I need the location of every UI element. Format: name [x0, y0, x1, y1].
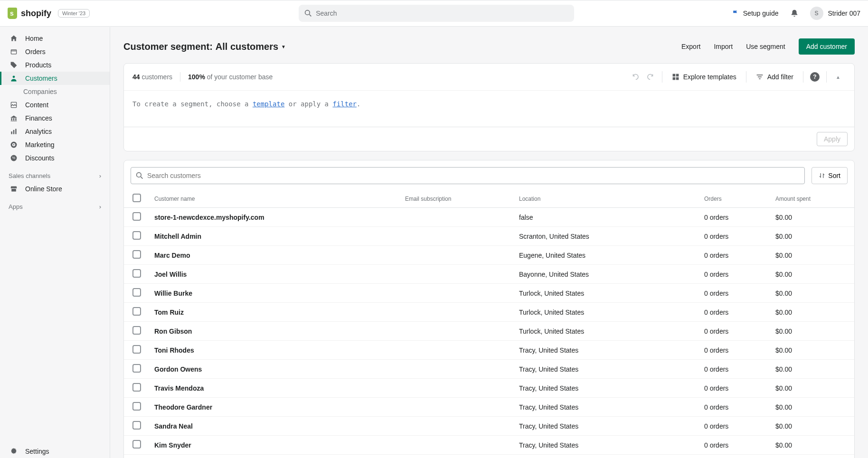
cell-orders: 0 orders — [704, 346, 728, 354]
template-link[interactable]: template — [253, 100, 284, 108]
table-row[interactable]: Tom RuizTurlock, United States0 orders$0… — [124, 303, 854, 322]
cell-customer-name: Joel Willis — [154, 271, 187, 278]
sidebar-item-content[interactable]: Content — [0, 98, 110, 112]
sidebar-item-customers[interactable]: Customers — [0, 72, 110, 85]
segment-editor-footer: Apply — [124, 127, 854, 151]
table-row[interactable]: Julie RichardsTracy, United States0 orde… — [124, 455, 854, 458]
sidebar-heading-apps[interactable]: Apps› — [0, 196, 110, 213]
cell-customer-name: Ron Gibson — [154, 327, 192, 335]
sidebar-item-analytics[interactable]: Analytics — [0, 125, 110, 138]
cell-customer-name: Sandra Neal — [154, 422, 193, 430]
row-checkbox[interactable] — [132, 326, 141, 335]
table-row[interactable]: Ron GibsonTurlock, United States0 orders… — [124, 322, 854, 341]
row-checkbox[interactable] — [132, 421, 141, 430]
sort-button[interactable]: Sort — [811, 167, 848, 184]
row-checkbox[interactable] — [132, 307, 141, 316]
row-checkbox[interactable] — [132, 212, 141, 221]
apply-button[interactable]: Apply — [817, 132, 848, 146]
table-row[interactable]: store-1-newcdexce.myshopify.comfalse0 or… — [124, 208, 854, 227]
cell-location: Turlock, United States — [519, 327, 584, 335]
table-row[interactable]: Marc DemoEugene, United States0 orders$0… — [124, 246, 854, 265]
cell-orders: 0 orders — [704, 252, 728, 259]
svg-point-0 — [305, 10, 310, 15]
cell-amount: $0.00 — [775, 308, 792, 316]
cell-amount: $0.00 — [775, 403, 792, 411]
sidebar-heading-sales-channels[interactable]: Sales channels› — [0, 165, 110, 182]
table-search[interactable] — [131, 167, 805, 184]
segment-dropdown[interactable]: All customers ▼ — [216, 41, 286, 52]
redo-button[interactable] — [643, 69, 658, 84]
notifications-icon[interactable] — [790, 9, 799, 18]
col-customer-name[interactable]: Customer name — [148, 190, 398, 208]
collapse-button[interactable]: ▲ — [830, 69, 846, 84]
add-customer-button[interactable]: Add customer — [799, 38, 855, 55]
segment-query-editor[interactable]: To create a segment, choose a template o… — [124, 91, 854, 127]
user-menu[interactable]: S Strider 007 — [810, 7, 860, 20]
row-checkbox[interactable] — [132, 383, 141, 392]
table-row[interactable]: Mitchell AdminScranton, United States0 o… — [124, 227, 854, 246]
row-checkbox[interactable] — [132, 364, 141, 373]
undo-button[interactable] — [628, 69, 643, 84]
svg-rect-16 — [676, 77, 679, 80]
sidebar-label: Online Store — [25, 185, 62, 193]
page-actions: Export Import Use segment Add customer — [681, 38, 855, 55]
row-checkbox[interactable] — [132, 231, 141, 240]
setup-guide-link[interactable]: Setup guide — [732, 9, 779, 17]
flag-icon — [732, 9, 739, 17]
page-title-prefix: Customer segment: — [123, 41, 213, 52]
marketing-icon — [10, 141, 19, 149]
row-checkbox[interactable] — [132, 288, 141, 297]
table-row[interactable]: Toni RhodesTracy, United States0 orders$… — [124, 341, 854, 360]
sidebar-label: Discounts — [25, 154, 54, 162]
sidebar-item-home[interactable]: Home — [0, 32, 110, 45]
cell-orders: 0 orders — [704, 271, 728, 278]
logo[interactable]: shopify Winter '23 — [8, 8, 90, 19]
cell-orders: 0 orders — [704, 214, 728, 221]
divider — [746, 71, 746, 83]
table-row[interactable]: Theodore GardnerTracy, United States0 or… — [124, 398, 854, 417]
col-orders[interactable]: Orders — [698, 190, 769, 208]
table-row[interactable]: Travis MendozaTracy, United States0 orde… — [124, 379, 854, 398]
svg-text:%: % — [12, 156, 16, 160]
chevron-right-icon: › — [99, 203, 101, 210]
sidebar-item-orders[interactable]: Orders — [0, 45, 110, 58]
col-email-subscription[interactable]: Email subscription — [398, 190, 512, 208]
customers-table-card: Sort Customer name Email subscription Lo… — [123, 160, 855, 458]
row-checkbox[interactable] — [132, 250, 141, 259]
row-checkbox[interactable] — [132, 402, 141, 411]
analytics-icon — [10, 128, 19, 135]
sidebar-label: Content — [25, 101, 48, 109]
sidebar-item-products[interactable]: Products — [0, 58, 110, 72]
sidebar-item-finances[interactable]: Finances — [0, 112, 110, 125]
global-search[interactable]: Search — [299, 5, 574, 22]
col-location[interactable]: Location — [512, 190, 698, 208]
table-row[interactable]: Willie BurkeTurlock, United States0 orde… — [124, 284, 854, 303]
filter-link[interactable]: filter — [332, 100, 357, 108]
sidebar-item-companies[interactable]: Companies — [0, 85, 110, 98]
row-checkbox[interactable] — [132, 440, 141, 449]
sidebar-item-online-store[interactable]: Online Store — [0, 182, 110, 196]
table-toolbar: Sort — [124, 160, 854, 190]
sidebar-item-discounts[interactable]: %Discounts — [0, 151, 110, 165]
export-button[interactable]: Export — [681, 43, 700, 50]
select-all-checkbox[interactable] — [132, 194, 141, 202]
table-row[interactable]: Kim SnyderTracy, United States0 orders$0… — [124, 436, 854, 455]
table-row[interactable]: Joel WillisBayonne, United States0 order… — [124, 265, 854, 284]
table-row[interactable]: Sandra NealTracy, United States0 orders$… — [124, 417, 854, 436]
row-checkbox[interactable] — [132, 269, 141, 278]
add-filter-button[interactable]: Add filter — [750, 69, 799, 84]
use-segment-button[interactable]: Use segment — [746, 43, 785, 50]
explore-templates-button[interactable]: Explore templates — [666, 69, 742, 84]
cell-orders: 0 orders — [704, 290, 728, 297]
cell-location: Turlock, United States — [519, 308, 584, 316]
table-search-input[interactable] — [147, 172, 800, 179]
cell-customer-name: Marc Demo — [154, 252, 190, 259]
sidebar-item-settings[interactable]: Settings — [0, 445, 110, 458]
import-button[interactable]: Import — [714, 43, 733, 50]
table-row[interactable]: Gordon OwensTracy, United States0 orders… — [124, 360, 854, 379]
col-amount-spent[interactable]: Amount spent — [769, 190, 854, 208]
row-checkbox[interactable] — [132, 345, 141, 354]
cell-location: Tracy, United States — [519, 384, 578, 392]
sidebar-item-marketing[interactable]: Marketing — [0, 138, 110, 151]
help-button[interactable]: ? — [807, 69, 822, 84]
